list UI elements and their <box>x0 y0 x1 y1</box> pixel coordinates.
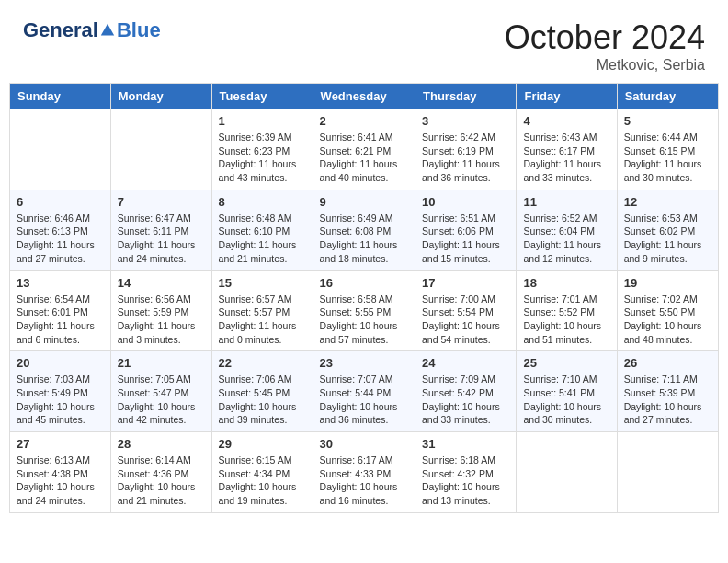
calendar-cell: 29Sunrise: 6:15 AM Sunset: 4:34 PM Dayli… <box>211 432 313 513</box>
day-number: 12 <box>624 195 711 209</box>
calendar-week-1: 1Sunrise: 6:39 AM Sunset: 6:23 PM Daylig… <box>10 109 719 190</box>
calendar-cell: 19Sunrise: 7:02 AM Sunset: 5:50 PM Dayli… <box>617 270 718 351</box>
day-number: 6 <box>17 195 104 209</box>
day-content: Sunrise: 7:10 AM Sunset: 5:41 PM Dayligh… <box>523 373 609 427</box>
svg-marker-0 <box>101 24 114 36</box>
day-number: 28 <box>118 437 205 451</box>
day-content: Sunrise: 7:05 AM Sunset: 5:47 PM Dayligh… <box>118 373 205 427</box>
day-content: Sunrise: 6:39 AM Sunset: 6:23 PM Dayligh… <box>219 131 306 185</box>
calendar-cell: 14Sunrise: 6:56 AM Sunset: 5:59 PM Dayli… <box>110 270 211 351</box>
day-content: Sunrise: 7:00 AM Sunset: 5:54 PM Dayligh… <box>422 293 509 347</box>
calendar-cell: 18Sunrise: 7:01 AM Sunset: 5:52 PM Dayli… <box>517 270 617 351</box>
calendar-cell: 10Sunrise: 6:51 AM Sunset: 6:06 PM Dayli… <box>415 190 517 270</box>
calendar-cell <box>10 109 111 190</box>
day-number: 29 <box>219 437 306 451</box>
day-content: Sunrise: 6:49 AM Sunset: 6:08 PM Dayligh… <box>320 212 408 266</box>
calendar-cell: 7Sunrise: 6:47 AM Sunset: 6:11 PM Daylig… <box>110 190 211 270</box>
calendar-cell: 6Sunrise: 6:46 AM Sunset: 6:13 PM Daylig… <box>10 190 111 270</box>
calendar-cell: 3Sunrise: 6:42 AM Sunset: 6:19 PM Daylig… <box>415 109 517 190</box>
day-number: 16 <box>320 276 408 290</box>
day-content: Sunrise: 6:14 AM Sunset: 4:36 PM Dayligh… <box>118 454 205 508</box>
calendar-cell: 30Sunrise: 6:17 AM Sunset: 4:33 PM Dayli… <box>313 432 415 513</box>
calendar-cell: 1Sunrise: 6:39 AM Sunset: 6:23 PM Daylig… <box>211 109 313 190</box>
calendar-cell <box>110 109 211 190</box>
day-number: 24 <box>422 356 509 370</box>
calendar-table: SundayMondayTuesdayWednesdayThursdayFrid… <box>9 83 719 513</box>
day-content: Sunrise: 7:02 AM Sunset: 5:50 PM Dayligh… <box>624 293 711 347</box>
day-content: Sunrise: 6:56 AM Sunset: 5:59 PM Dayligh… <box>118 293 205 347</box>
title-area: October 2024 Metkovic, Serbia <box>505 18 705 74</box>
calendar-cell: 23Sunrise: 7:07 AM Sunset: 5:44 PM Dayli… <box>313 351 415 432</box>
day-content: Sunrise: 6:54 AM Sunset: 6:01 PM Dayligh… <box>17 293 104 347</box>
calendar-cell: 28Sunrise: 6:14 AM Sunset: 4:36 PM Dayli… <box>110 432 211 513</box>
calendar-week-4: 20Sunrise: 7:03 AM Sunset: 5:49 PM Dayli… <box>10 351 719 432</box>
day-number: 15 <box>219 276 306 290</box>
logo-blue: Blue <box>117 18 161 42</box>
day-number: 23 <box>320 356 408 370</box>
day-number: 30 <box>320 437 408 451</box>
day-content: Sunrise: 7:06 AM Sunset: 5:45 PM Dayligh… <box>219 373 306 427</box>
calendar-cell: 11Sunrise: 6:52 AM Sunset: 6:04 PM Dayli… <box>517 190 617 270</box>
logo: General Blue <box>23 18 161 42</box>
header-saturday: Saturday <box>617 84 718 109</box>
month-title: October 2024 <box>505 18 705 57</box>
calendar-cell: 26Sunrise: 7:11 AM Sunset: 5:39 PM Dayli… <box>617 351 718 432</box>
calendar-cell: 5Sunrise: 6:44 AM Sunset: 6:15 PM Daylig… <box>617 109 718 190</box>
logo-general: General <box>23 18 98 42</box>
day-number: 25 <box>523 356 609 370</box>
day-content: Sunrise: 6:46 AM Sunset: 6:13 PM Dayligh… <box>17 212 104 266</box>
day-number: 26 <box>624 356 711 370</box>
header-friday: Friday <box>517 84 617 109</box>
calendar-cell: 2Sunrise: 6:41 AM Sunset: 6:21 PM Daylig… <box>313 109 415 190</box>
day-content: Sunrise: 7:11 AM Sunset: 5:39 PM Dayligh… <box>624 373 711 427</box>
calendar-cell: 9Sunrise: 6:49 AM Sunset: 6:08 PM Daylig… <box>313 190 415 270</box>
calendar-week-5: 27Sunrise: 6:13 AM Sunset: 4:38 PM Dayli… <box>10 432 719 513</box>
day-number: 20 <box>17 356 104 370</box>
day-content: Sunrise: 6:17 AM Sunset: 4:33 PM Dayligh… <box>320 454 408 508</box>
day-number: 14 <box>118 276 205 290</box>
day-number: 7 <box>118 195 205 209</box>
calendar-week-3: 13Sunrise: 6:54 AM Sunset: 6:01 PM Dayli… <box>10 270 719 351</box>
calendar-cell: 13Sunrise: 6:54 AM Sunset: 6:01 PM Dayli… <box>10 270 111 351</box>
day-content: Sunrise: 6:43 AM Sunset: 6:17 PM Dayligh… <box>523 131 609 185</box>
calendar-cell: 24Sunrise: 7:09 AM Sunset: 5:42 PM Dayli… <box>415 351 517 432</box>
day-number: 17 <box>422 276 509 290</box>
day-content: Sunrise: 6:13 AM Sunset: 4:38 PM Dayligh… <box>17 454 104 508</box>
calendar-cell <box>617 432 718 513</box>
calendar-cell: 8Sunrise: 6:48 AM Sunset: 6:10 PM Daylig… <box>211 190 313 270</box>
day-number: 5 <box>624 114 711 128</box>
day-content: Sunrise: 6:48 AM Sunset: 6:10 PM Dayligh… <box>219 212 306 266</box>
calendar-cell: 21Sunrise: 7:05 AM Sunset: 5:47 PM Dayli… <box>110 351 211 432</box>
calendar-cell: 27Sunrise: 6:13 AM Sunset: 4:38 PM Dayli… <box>10 432 111 513</box>
day-content: Sunrise: 6:51 AM Sunset: 6:06 PM Dayligh… <box>422 212 509 266</box>
day-content: Sunrise: 6:47 AM Sunset: 6:11 PM Dayligh… <box>118 212 205 266</box>
day-content: Sunrise: 6:15 AM Sunset: 4:34 PM Dayligh… <box>219 454 306 508</box>
day-content: Sunrise: 6:52 AM Sunset: 6:04 PM Dayligh… <box>523 212 609 266</box>
day-number: 18 <box>523 276 609 290</box>
day-number: 27 <box>17 437 104 451</box>
day-number: 22 <box>219 356 306 370</box>
day-content: Sunrise: 7:07 AM Sunset: 5:44 PM Dayligh… <box>320 373 408 427</box>
calendar-cell: 25Sunrise: 7:10 AM Sunset: 5:41 PM Dayli… <box>517 351 617 432</box>
calendar-header-row: SundayMondayTuesdayWednesdayThursdayFrid… <box>10 84 719 109</box>
day-content: Sunrise: 6:53 AM Sunset: 6:02 PM Dayligh… <box>624 212 711 266</box>
header-wednesday: Wednesday <box>313 84 415 109</box>
calendar-cell: 16Sunrise: 6:58 AM Sunset: 5:55 PM Dayli… <box>313 270 415 351</box>
header-monday: Monday <box>110 84 211 109</box>
location-title: Metkovic, Serbia <box>505 57 705 74</box>
day-number: 10 <box>422 195 509 209</box>
day-number: 3 <box>422 114 509 128</box>
day-number: 13 <box>17 276 104 290</box>
day-number: 21 <box>118 356 205 370</box>
day-content: Sunrise: 6:41 AM Sunset: 6:21 PM Dayligh… <box>320 131 408 185</box>
day-number: 11 <box>523 195 609 209</box>
calendar-cell: 17Sunrise: 7:00 AM Sunset: 5:54 PM Dayli… <box>415 270 517 351</box>
day-number: 2 <box>320 114 408 128</box>
calendar-cell: 15Sunrise: 6:57 AM Sunset: 5:57 PM Dayli… <box>211 270 313 351</box>
header-thursday: Thursday <box>415 84 517 109</box>
day-number: 19 <box>624 276 711 290</box>
logo-icon <box>99 22 116 39</box>
day-content: Sunrise: 7:01 AM Sunset: 5:52 PM Dayligh… <box>523 293 609 347</box>
calendar-cell <box>517 432 617 513</box>
calendar-cell: 12Sunrise: 6:53 AM Sunset: 6:02 PM Dayli… <box>617 190 718 270</box>
